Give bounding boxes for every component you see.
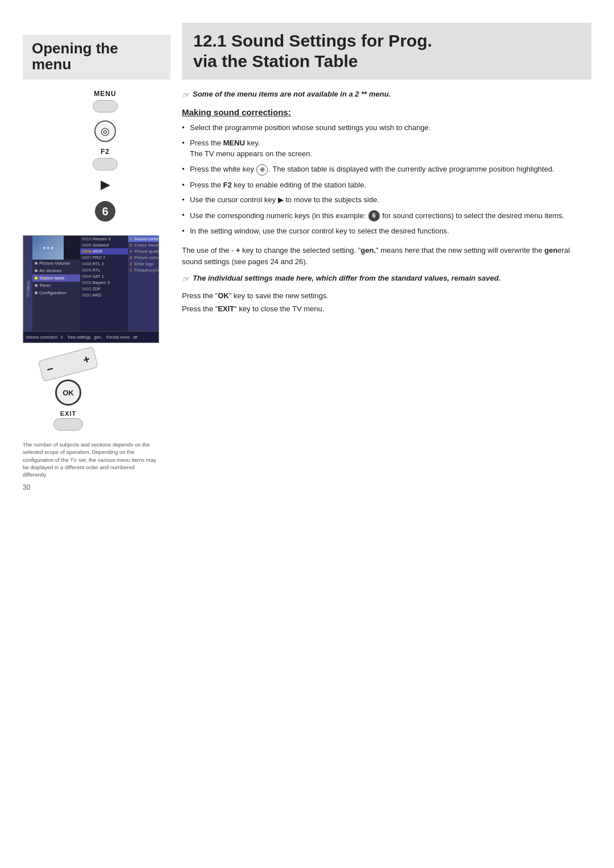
opening-menu-label: Opening the menu	[32, 40, 118, 73]
ok-label: OK	[63, 389, 74, 397]
tv-station-rtl2: 0006 RTL 2	[80, 261, 128, 267]
footnote: The number of subjects and sections depe…	[23, 441, 159, 493]
bullet-item-7: In the setting window, use the cursor co…	[182, 226, 591, 237]
arrow-right-icon: ▶	[101, 177, 110, 192]
ok-save-text: Press the "OK" key to save the new setti…	[182, 291, 591, 300]
f2-key-pill	[93, 158, 118, 170]
page: Opening the menu 12.1 Sound Settings for…	[0, 0, 614, 868]
tv-setting-sound: 6 Sound correction	[128, 236, 159, 242]
white-key-circle: ⊕	[256, 164, 268, 176]
num6-key: 6	[95, 201, 115, 222]
num6-group: 6	[23, 199, 171, 224]
exit-key-pill	[53, 418, 83, 431]
tv-menu-item-config: Configuration	[32, 289, 80, 297]
note-italic: Some of the menu items are not available…	[182, 90, 591, 99]
tv-thumbnail: ★★★	[32, 236, 64, 260]
menu-key-group: MENU	[23, 90, 171, 112]
arrow-right-group: ▶	[23, 176, 171, 193]
num6-inline: 6	[368, 210, 380, 222]
exit-label: EXIT	[60, 410, 76, 417]
f2-key-label: F2	[101, 148, 110, 156]
main-title-box: 12.1 Sound Settings for Prog. via the St…	[182, 23, 591, 80]
exit-close-text: Press the "EXIT" key to close the TV men…	[182, 304, 591, 313]
tv-setting-logo: 2 Enter logo	[128, 261, 159, 267]
section-title-box: Opening the menu	[23, 35, 171, 80]
f2-key-group: F2	[23, 148, 171, 170]
tv-label-strip: TV-Menu	[23, 236, 32, 343]
tv-menu-screenshot: TV-Menu ★★★ Picture-Volume AV devices St…	[23, 235, 159, 343]
bullet-item-4: Press the F2 key to enable editing of th…	[182, 180, 591, 191]
eye-icon-group: ◎	[23, 118, 171, 144]
ok-button: OK	[55, 379, 81, 406]
main-title: 12.1 Sound Settings for Prog. via the St…	[193, 31, 580, 72]
tv-station-pro7: 0007 PRO 7	[80, 254, 128, 261]
tv-station-mdr: 0008 MDR	[80, 248, 128, 254]
plus-minus-key: − +	[38, 347, 98, 382]
tv-setting-picture-c: 3 Picture correct.	[128, 254, 159, 261]
menu-key-pill	[93, 100, 118, 112]
tv-settings-list: 6 Sound correction 5 Colour standard 4 P…	[128, 236, 159, 331]
bullet-item-3: Press the white key ⊕. The station table…	[182, 164, 591, 176]
bullet-item-2: Press the MENU key.The TV menu appears o…	[182, 138, 591, 160]
bullet-list: Select the programme position whose soun…	[182, 123, 591, 237]
bottom-icons-group: − + OK EXIT	[23, 351, 97, 431]
left-col-header: Opening the menu	[23, 35, 182, 80]
left-sidebar: MENU ◎ F2 ▶ 6	[23, 90, 182, 851]
tv-station-sat1: 0004 SAT 1	[80, 273, 128, 279]
tv-menu-item-timer: Timer	[32, 282, 80, 289]
eye-icon: ◎	[94, 120, 116, 142]
tv-setting-colour: 5 Colour standard	[128, 242, 159, 248]
right-content: Some of the menu items are not available…	[182, 90, 591, 851]
note-bold-italic: The individual settings made here, which…	[182, 274, 591, 283]
tv-setting-picture-q: 4 Picture quality	[128, 248, 159, 254]
tv-station-list: 0010 Hessen 3 0009 Südwest 0008 MDR 0007…	[80, 236, 128, 331]
body-text: The use of the - + key to change the sel…	[182, 245, 591, 267]
tv-menu-item-av: AV devices	[32, 267, 80, 274]
tv-status-bar: Volume correction 0 Tone settings gen. F…	[23, 331, 159, 343]
subsection-title: Making sound corrections:	[182, 107, 591, 117]
note-italic-text: Some of the menu items are not available…	[193, 90, 391, 98]
bullet-item-1: Select the programme position whose soun…	[182, 123, 591, 133]
tv-station-bayern: 0003 Bayern 3	[80, 279, 128, 286]
bullet-item-6: Use the corresponding numeric keys (in t…	[182, 210, 591, 222]
tv-menu-item-picture: Picture-Volume	[32, 260, 80, 267]
tv-station-zdf: 0002 ZDF	[80, 286, 128, 292]
tv-station-hessen: 0010 Hessen 3	[80, 236, 128, 242]
tv-left-menu: Picture-Volume AV devices Station table …	[32, 260, 81, 331]
tv-station-sudwest: 0009 Südwest	[80, 242, 128, 248]
menu-key-label: MENU	[94, 90, 116, 98]
bullet-item-5: Use the cursor control key ▶ to move to …	[182, 195, 591, 206]
eye-symbol: ◎	[101, 125, 110, 137]
tv-station-rtl: 0005 RTL	[80, 267, 128, 273]
tv-setting-freq: 1 Frequency/channel	[128, 267, 159, 273]
tv-menu-item-station: Station table	[32, 274, 80, 282]
content-section: MENU ◎ F2 ▶ 6	[23, 90, 591, 851]
header-section: Opening the menu 12.1 Sound Settings for…	[23, 23, 591, 80]
right-col-header: 12.1 Sound Settings for Prog. via the St…	[182, 23, 591, 80]
tv-station-ard: 0001 ARD	[80, 292, 128, 298]
